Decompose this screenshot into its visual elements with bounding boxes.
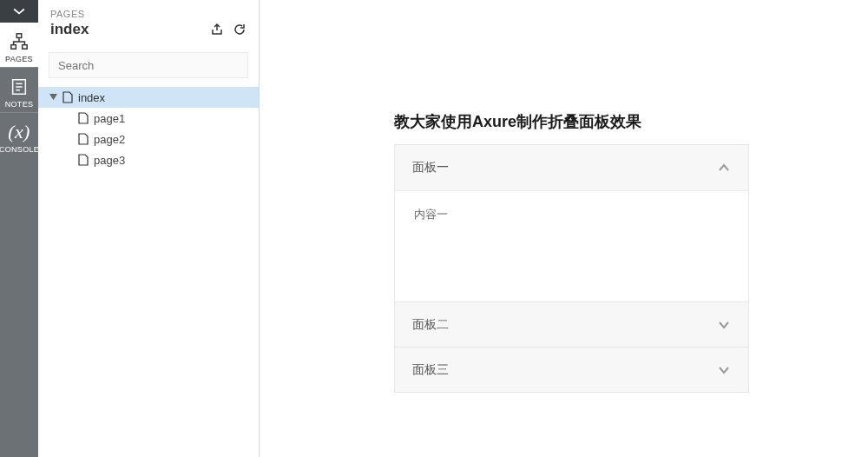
preview-canvas: 教大家使用Axure制作折叠面板效果 面板一 内容一 面板二 面板三 <box>260 0 868 457</box>
rail-label: NOTES <box>5 100 34 109</box>
left-rail: PAGES NOTES (x) CONSOLE <box>0 0 38 457</box>
svg-rect-0 <box>16 34 22 38</box>
tree-item-page1[interactable]: page1 <box>38 108 259 129</box>
tree-item-page3[interactable]: page3 <box>38 149 259 170</box>
tree-item-index[interactable]: index <box>38 87 259 108</box>
variable-icon: (x) <box>8 122 30 142</box>
refresh-icon <box>233 23 247 36</box>
page-icon <box>78 154 89 166</box>
tree-item-page2[interactable]: page2 <box>38 129 259 149</box>
notes-icon <box>10 76 29 97</box>
accordion-content-1: 内容一 <box>395 190 748 301</box>
accordion-header-3[interactable]: 面板三 <box>395 347 748 392</box>
rail-item-pages[interactable]: PAGES <box>0 23 38 67</box>
rail-item-console[interactable]: (x) CONSOLE <box>0 113 38 157</box>
tree-label: page1 <box>94 112 125 125</box>
rail-label: PAGES <box>5 55 33 63</box>
accordion-header-label: 面板三 <box>412 362 449 378</box>
svg-rect-1 <box>11 45 16 50</box>
tree-label: page3 <box>94 154 125 167</box>
svg-marker-7 <box>49 94 57 100</box>
share-icon <box>210 23 224 36</box>
accordion-item-3: 面板三 <box>395 347 748 392</box>
tree-label: index <box>78 91 105 104</box>
accordion: 面板一 内容一 面板二 面板三 <box>394 144 749 393</box>
refresh-button[interactable] <box>233 23 247 36</box>
rail-label: CONSOLE <box>0 145 39 154</box>
page-icon <box>62 91 73 103</box>
page-title: 教大家使用Axure制作折叠面板效果 <box>394 111 641 132</box>
share-button[interactable] <box>210 23 224 36</box>
rail-collapse-button[interactable] <box>0 0 38 23</box>
sitemap-icon <box>10 31 29 52</box>
page-tree: index page1 page2 page3 <box>38 83 259 174</box>
accordion-item-2: 面板二 <box>395 301 748 347</box>
collapse-icon[interactable] <box>49 93 57 102</box>
accordion-header-label: 面板一 <box>412 160 449 176</box>
chevron-down-icon <box>11 7 27 16</box>
rail-item-notes[interactable]: NOTES <box>0 68 38 112</box>
chevron-up-icon <box>717 161 731 175</box>
page-icon <box>78 112 89 124</box>
search-input[interactable] <box>49 52 248 78</box>
tree-label: page2 <box>94 133 125 146</box>
accordion-header-1[interactable]: 面板一 <box>395 145 748 190</box>
svg-rect-2 <box>23 45 27 50</box>
page-icon <box>78 133 89 145</box>
panel-title: PAGES <box>50 9 247 19</box>
chevron-down-icon <box>717 318 731 332</box>
chevron-down-icon <box>717 363 731 377</box>
accordion-item-1: 面板一 内容一 <box>395 145 748 301</box>
current-page-name: index <box>50 21 89 38</box>
accordion-header-2[interactable]: 面板二 <box>395 301 748 347</box>
pages-panel: PAGES index index <box>38 0 260 457</box>
accordion-header-label: 面板二 <box>412 317 449 333</box>
